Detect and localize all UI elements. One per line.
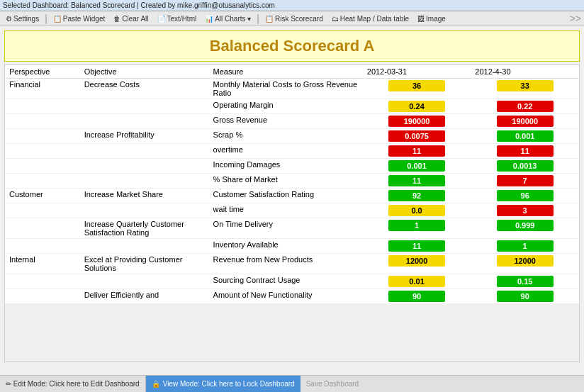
table-row: % Share of Market 11 7 [5,174,579,189]
cell-measure: Gross Revenue [209,114,363,129]
toolbar-paste-widget[interactable]: 📋 Paste Widget [50,14,108,23]
toolbar-settings[interactable]: ⚙ Settings [3,14,42,23]
cell-val1: 0.0 [363,203,471,218]
table-row: Internal Excel at Providing Customer Sol… [5,254,579,274]
cell-val2: 11 [471,144,579,159]
cell-val2: 190000 [471,114,579,129]
toolbar-image[interactable]: 🖼 Image [415,14,449,23]
save-label: Save Dashboard [306,380,359,388]
cell-val1: 11 [363,174,471,189]
cell-perspective [5,129,80,144]
cell-measure: Revenue from New Products [209,254,363,274]
table-row: Sourcing Contract Usage 0.01 0.15 [5,274,579,289]
cell-objective: Increase Market Share [80,189,209,203]
cell-measure: Amount of New Functionality [209,289,363,304]
edit-mode-button[interactable]: ✏ Edit Mode: Click here to Edit Dashboar… [0,376,146,392]
cell-val1: 92 [363,189,471,203]
cell-perspective [5,239,80,254]
header-measure: Measure [209,65,363,79]
cell-val2: 33 [471,79,579,99]
cell-val2: 0.0013 [471,159,579,174]
cell-objective: Deliver Efficiently and [80,289,209,304]
cell-measure: Customer Satisfaction Rating [209,189,363,203]
cell-perspective [5,203,80,218]
toolbar-more-icon[interactable]: >> [570,13,581,24]
header-objective: Objective [80,65,209,79]
toolbar-clear-all[interactable]: 🗑 Clear All [111,14,151,23]
cell-val2: 0.22 [471,99,579,114]
header-date1: 2012-03-31 [363,65,471,79]
cell-val2: 0.001 [471,129,579,144]
table-row: Customer Increase Market Share Customer … [5,189,579,203]
cell-val1: 36 [363,79,471,99]
cell-objective: Decrease Costs [80,79,209,99]
cell-objective [80,203,209,218]
table-row: Inventory Available 11 1 [5,239,579,254]
cell-objective: Excel at Providing Customer Solutions [80,254,209,274]
cell-val2: 90 [471,289,579,304]
cell-perspective [5,274,80,289]
title-area: Balanced Scorecard A [4,30,580,62]
scorecard-table: Perspective Objective Measure 2012-03-31… [5,65,579,304]
cell-objective [80,99,209,114]
toolbar-heat-map[interactable]: 🗂 Heat Map / Data table [329,14,412,23]
table-row: Incoming Damages 0.001 0.0013 [5,159,579,174]
cell-measure: Incoming Damages [209,159,363,174]
cell-measure: Operating Margin [209,99,363,114]
cell-val2: 7 [471,174,579,189]
cell-val1: 12000 [363,254,471,274]
header-perspective: Perspective [5,65,80,79]
table-row: Increase Profitability Scrap % 0.0075 0.… [5,129,579,144]
cell-perspective [5,144,80,159]
edit-mode-icon: ✏ [6,380,11,388]
cell-val1: 11 [363,144,471,159]
cell-perspective [5,99,80,114]
save-dashboard-button[interactable]: Save Dashboard [301,376,365,392]
cell-perspective: Internal [5,254,80,274]
table-row: Operating Margin 0.24 0.22 [5,99,579,114]
toolbar-text-html[interactable]: 📄 Text/Html [155,14,200,23]
cell-val2: 1 [471,239,579,254]
scorecard-container[interactable]: Perspective Objective Measure 2012-03-31… [4,65,580,362]
cell-val2: 0.15 [471,274,579,289]
cell-measure: Monthly Material Costs to Gross Revenue … [209,79,363,99]
cell-perspective [5,289,80,304]
table-row: wait time 0.0 3 [5,203,579,218]
cell-perspective [5,159,80,174]
lock-icon: 🔒 [152,380,160,388]
cell-val1: 0.0075 [363,129,471,144]
top-bar-text: Selected Dashboard: Balanced Scorecard |… [3,1,275,9]
cell-measure: overtime [209,144,363,159]
cell-measure: Inventory Available [209,239,363,254]
dashboard-title: Balanced Scorecard A [11,37,573,55]
cell-val1: 0.001 [363,159,471,174]
edit-mode-label: Edit Mode: Click here to Edit Dashboard [13,380,140,388]
cell-val2: 96 [471,189,579,203]
cell-val2: 3 [471,203,579,218]
cell-objective [80,174,209,189]
cell-measure: On Time Delivery [209,218,363,239]
view-mode-button[interactable]: 🔒View Mode: Click here to Lock Dashboard [146,376,301,392]
cell-objective [80,274,209,289]
top-bar: Selected Dashboard: Balanced Scorecard |… [0,0,584,11]
cell-objective: Increase Profitability [80,129,209,144]
table-row: Gross Revenue 190000 190000 [5,114,579,129]
cell-perspective [5,114,80,129]
view-mode-label: View Mode: Click here to Lock Dashboard [163,380,295,388]
cell-perspective [5,218,80,239]
cell-objective [80,144,209,159]
toolbar-risk-scorecard[interactable]: 📋 Risk Scorecard [262,14,326,23]
cell-val1: 0.01 [363,274,471,289]
cell-objective [80,159,209,174]
cell-perspective [5,174,80,189]
table-row: Financial Decrease Costs Monthly Materia… [5,79,579,99]
toolbar-all-charts[interactable]: 📊 All Charts ▾ [202,14,254,23]
cell-val1: 190000 [363,114,471,129]
cell-measure: Sourcing Contract Usage [209,274,363,289]
cell-val1: 90 [363,289,471,304]
cell-perspective: Customer [5,189,80,203]
cell-perspective: Financial [5,79,80,99]
cell-objective: Increase Quarterly Customer Satisfaction… [80,218,209,239]
cell-val1: 1 [363,218,471,239]
cell-measure: Scrap % [209,129,363,144]
